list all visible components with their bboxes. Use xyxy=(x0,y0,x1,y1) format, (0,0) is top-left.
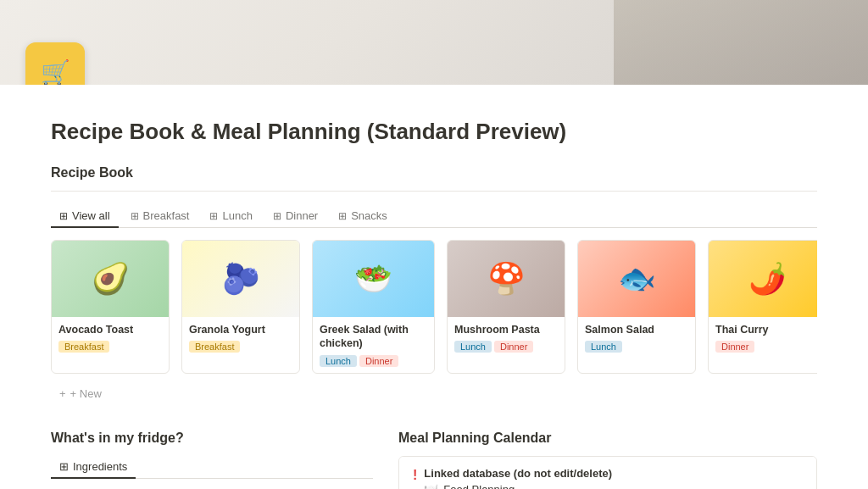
recipe-card-name: Thai Curry xyxy=(715,323,817,336)
recipe-card-body: Mushroom Pasta LunchDinner xyxy=(448,317,565,358)
meal-planning-title: Meal Planning Calendar xyxy=(398,431,817,446)
tab-dinner[interactable]: ⊞Dinner xyxy=(264,205,326,228)
bottom-sections: What's in my fridge? ⊞ Ingredients Aa Na… xyxy=(51,431,817,490)
alert-icon: ! xyxy=(413,468,417,483)
recipe-card-image: 🫐 xyxy=(182,241,299,317)
tab-label: View all xyxy=(72,209,110,222)
recipe-tags: Lunch xyxy=(585,341,688,353)
table-icon: ⊞ xyxy=(59,460,69,473)
recipe-tags: LunchDinner xyxy=(320,355,427,367)
grid-icon: ⊞ xyxy=(59,210,68,222)
fridge-tab-ingredients[interactable]: ⊞ Ingredients xyxy=(51,456,136,479)
recipe-card-name: Greek Salad (with chicken) xyxy=(320,323,427,351)
tab-label: Snacks xyxy=(351,209,387,222)
recipe-card-name: Granola Yogurt xyxy=(189,323,292,336)
recipe-emoji: 🍄 xyxy=(487,261,526,297)
recipe-tag: Breakfast xyxy=(189,341,240,353)
recipe-card-image: 🌶️ xyxy=(709,241,817,317)
recipe-tag: Lunch xyxy=(585,341,622,353)
recipe-emoji: 🌶️ xyxy=(748,261,787,297)
recipe-grid: 🥑 Avocado Toast Breakfast 🫐 Granola Yogu… xyxy=(51,240,817,381)
tab-lunch[interactable]: ⊞Lunch xyxy=(201,205,260,228)
recipe-card[interactable]: 🥗 Greek Salad (with chicken) LunchDinner xyxy=(312,240,435,374)
recipe-tag: Dinner xyxy=(494,341,533,353)
fridge-title: What's in my fridge? xyxy=(51,431,373,446)
tab-label: Dinner xyxy=(286,209,318,222)
recipe-emoji: 🐟 xyxy=(618,261,656,297)
page-title: Recipe Book & Meal Planning (Standard Pr… xyxy=(51,119,817,145)
recipe-card-name: Avocado Toast xyxy=(58,323,162,336)
recipe-tag: Dinner xyxy=(359,355,398,367)
meal-alert: ! Linked database (do not edit/delete) 🍽… xyxy=(399,457,816,490)
recipe-card-body: Avocado Toast Breakfast xyxy=(52,317,169,358)
recipe-card[interactable]: 🥑 Avocado Toast Breakfast xyxy=(51,240,170,374)
recipe-tag: Breakfast xyxy=(58,341,109,353)
tab-breakfast[interactable]: ⊞Breakfast xyxy=(122,205,198,228)
recipe-tags: Dinner xyxy=(715,341,817,353)
recipe-emoji: 🫐 xyxy=(222,261,260,297)
recipe-book-title: Recipe Book xyxy=(51,165,817,181)
recipe-card-body: Thai Curry Dinner xyxy=(709,317,817,358)
recipe-tags: Breakfast xyxy=(58,341,162,353)
recipe-emoji: 🥗 xyxy=(354,261,392,297)
add-new-button[interactable]: + + New xyxy=(51,381,817,407)
grid-icon: ⊞ xyxy=(338,210,347,222)
recipe-book-section: Recipe Book ⊞View all⊞Breakfast⊞Lunch⊞Di… xyxy=(51,165,817,407)
fridge-tab-label: Ingredients xyxy=(73,460,127,473)
recipe-card[interactable]: 🍄 Mushroom Pasta LunchDinner xyxy=(447,240,565,374)
tab-label: Breakfast xyxy=(143,209,190,222)
food-planning-icon: 🍽️ xyxy=(424,483,438,490)
alert-content: Linked database (do not edit/delete) 🍽️ … xyxy=(424,467,612,490)
recipe-tag: Lunch xyxy=(320,355,357,367)
recipe-tags: LunchDinner xyxy=(454,341,558,353)
grid-icon: ⊞ xyxy=(131,210,139,222)
header-banner: 🛒 xyxy=(0,0,868,85)
recipe-card[interactable]: 🫐 Granola Yogurt Breakfast xyxy=(181,240,300,374)
recipe-emoji: 🥑 xyxy=(92,261,130,297)
add-new-label: + New xyxy=(70,387,102,400)
recipe-tag: Lunch xyxy=(454,341,492,353)
recipe-card-name: Mushroom Pasta xyxy=(454,323,558,336)
tab-view-all[interactable]: ⊞View all xyxy=(51,205,119,228)
grid-icon: ⊞ xyxy=(209,210,218,222)
recipe-card-image: 🐟 xyxy=(578,241,695,317)
fridge-section: What's in my fridge? ⊞ Ingredients Aa Na… xyxy=(51,431,373,490)
recipe-card-name: Salmon Salad xyxy=(585,323,688,336)
recipe-tag: Dinner xyxy=(715,341,754,353)
recipe-card-image: 🥑 xyxy=(52,241,169,317)
fridge-tabs: ⊞ Ingredients xyxy=(51,456,373,479)
meal-planning-box: ! Linked database (do not edit/delete) 🍽… xyxy=(398,456,817,490)
recipe-card-body: Greek Salad (with chicken) LunchDinner xyxy=(313,317,434,373)
food-planning-label: Food Planning xyxy=(443,483,515,489)
app-icon: 🛒 xyxy=(25,42,85,85)
app-icon-emoji: 🛒 xyxy=(41,58,70,86)
recipe-card-image: 🥗 xyxy=(313,241,434,317)
meal-planning-section: Meal Planning Calendar ! Linked database… xyxy=(398,431,817,490)
grid-icon: ⊞ xyxy=(273,210,281,222)
alert-sub: 🍽️ Food Planning xyxy=(424,483,612,490)
recipe-card-image: 🍄 xyxy=(448,241,565,317)
plus-icon: + xyxy=(59,387,66,400)
recipe-card[interactable]: 🌶️ Thai Curry Dinner xyxy=(708,240,817,374)
tab-label: Lunch xyxy=(222,209,252,222)
recipe-tags: Breakfast xyxy=(189,341,292,353)
recipe-card-body: Granola Yogurt Breakfast xyxy=(182,317,299,358)
recipe-card[interactable]: 🐟 Salmon Salad Lunch xyxy=(577,240,696,374)
recipe-tabs: ⊞View all⊞Breakfast⊞Lunch⊞Dinner⊞Snacks xyxy=(51,205,817,228)
tab-snacks[interactable]: ⊞Snacks xyxy=(330,205,396,228)
page-content: Recipe Book & Meal Planning (Standard Pr… xyxy=(0,85,868,489)
recipe-card-body: Salmon Salad Lunch xyxy=(578,317,695,358)
recipe-divider xyxy=(51,191,817,192)
alert-title: Linked database (do not edit/delete) xyxy=(424,467,612,480)
